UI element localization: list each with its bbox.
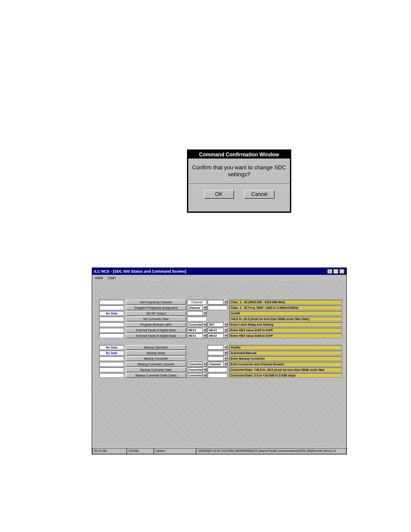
command-label[interactable]: External Faults B Digital Mask: [126, 333, 186, 338]
chevron-down-icon[interactable]: [224, 300, 227, 305]
ok-button[interactable]: OK: [204, 190, 234, 199]
command-label[interactable]: Set RF Output: [126, 311, 186, 316]
dropdown-value: Converter: [187, 362, 203, 367]
app-title: ILC NCS - [SDC 600 Status and Command Sc…: [94, 269, 186, 274]
hint-text: Enter HEX value 0x00 to 0xFF: [229, 328, 342, 333]
form-row: No DataBackup OperationYes/No: [94, 345, 345, 350]
form-row: Set Frequency ChannelChannelChan. 1 - 30…: [94, 300, 345, 305]
dialog-titlebar: Command Confirmation Window: [188, 151, 290, 159]
chevron-down-icon[interactable]: [203, 333, 207, 338]
param2-field[interactable]: [208, 373, 227, 378]
chevron-down-icon[interactable]: [203, 328, 207, 333]
param2-dropdown[interactable]: Channel: [208, 362, 227, 367]
status-cell: [99, 367, 124, 372]
status-cell: [99, 362, 124, 367]
command-label[interactable]: Backup Converter: [126, 356, 186, 361]
hint-text: Automatic/Manual: [229, 351, 342, 355]
form-row: Program Remote LatchConverterSETEnter La…: [94, 322, 345, 327]
command-label[interactable]: Program Frequency Assignment: [126, 305, 186, 310]
status-cell: [99, 305, 124, 310]
window-controls: _ ▢ ×: [327, 269, 345, 274]
command-label[interactable]: Program Remote Latch: [126, 322, 186, 327]
param1-dropdown[interactable]: Converter: [187, 362, 207, 367]
command-label[interactable]: Backup Mode: [126, 351, 186, 355]
command-label[interactable]: Backup Converter Gain: [126, 367, 186, 372]
status-cell: [99, 300, 124, 305]
chevron-down-icon[interactable]: [203, 373, 207, 378]
status-cell: No Data: [99, 311, 124, 316]
status-cell: No Data: [99, 351, 124, 355]
param1-dropdown[interactable]: Converter: [187, 367, 207, 372]
chevron-down-icon[interactable]: [203, 322, 207, 327]
form-row: Set Converter Gain+40.0 to -20.0 (must b…: [94, 317, 345, 321]
hint-text: Enter HEX value 0x00 to 0xFF: [229, 333, 342, 338]
dropdown-value: HEX2: [208, 328, 224, 333]
hint-text: Enter Latch Relay and Setting: [229, 322, 342, 327]
param1-field[interactable]: [187, 317, 207, 321]
command-label[interactable]: Backup Operation: [126, 345, 186, 350]
dropdown-value: Converter: [187, 373, 203, 378]
cancel-button[interactable]: Cancel: [244, 190, 274, 199]
param1-dropdown[interactable]: Converter: [187, 322, 207, 327]
command-label[interactable]: Set Converter Gain: [126, 317, 186, 321]
chevron-down-icon[interactable]: [224, 322, 227, 327]
maximize-icon[interactable]: ▢: [333, 269, 339, 274]
chevron-down-icon[interactable]: [203, 305, 207, 310]
chevron-down-icon[interactable]: [224, 333, 227, 338]
status-cell: [99, 322, 124, 327]
statusbar: 09:15 AM 3/19/98 System 109898|09:15:52 …: [92, 448, 346, 454]
dropdown-value: HEX1: [187, 333, 203, 338]
param2-dropdown[interactable]: [208, 300, 227, 305]
chevron-down-icon[interactable]: [224, 328, 227, 333]
chevron-down-icon[interactable]: [203, 362, 207, 367]
param2-dropdown[interactable]: SET: [208, 322, 227, 327]
chevron-down-icon[interactable]: [224, 345, 227, 350]
chevron-down-icon[interactable]: [224, 356, 227, 361]
param1-dropdown[interactable]: HEX1: [187, 328, 207, 333]
chevron-down-icon[interactable]: [224, 362, 227, 367]
dropdown-value: [187, 311, 203, 316]
param2-dropdown[interactable]: [208, 356, 227, 361]
param1-field[interactable]: Channel: [187, 300, 207, 305]
chevron-down-icon[interactable]: [203, 367, 207, 372]
menu-user[interactable]: User: [108, 276, 116, 280]
main-window: ILC NCS - [SDC 600 Status and Command Sc…: [92, 268, 347, 454]
param1-dropdown[interactable]: Converter: [187, 373, 207, 378]
command-label[interactable]: Backup Converter Delta (Gain): [126, 373, 186, 378]
param2-field[interactable]: [208, 367, 227, 372]
command-label[interactable]: External Faults A Digital Mask: [126, 328, 186, 333]
status-user: System: [154, 448, 196, 454]
hint-text: Chan. 1 - 30 (5845.000 - 6425.000 MHz): [229, 300, 342, 305]
chevron-down-icon[interactable]: [224, 351, 227, 355]
status-log: 109898|09:15:52 03/19/98| 0|0000S0000|ON…: [196, 448, 346, 454]
param2-dropdown[interactable]: [208, 345, 227, 350]
dropdown-value: [208, 300, 224, 305]
dropdown-value: Converter: [187, 322, 203, 327]
status-cell: [99, 328, 124, 333]
status-cell: No Data: [99, 345, 124, 350]
param2-dropdown[interactable]: HEX2: [208, 328, 227, 333]
close-icon[interactable]: ×: [339, 269, 345, 274]
menu-view[interactable]: View: [95, 276, 103, 280]
minimize-icon[interactable]: _: [327, 269, 333, 274]
param2-field[interactable]: [208, 305, 227, 310]
param1-dropdown[interactable]: [187, 311, 207, 316]
command-label[interactable]: Set Frequency Channel: [126, 300, 186, 305]
dropdown-value: Channel: [187, 305, 203, 310]
dialog-message: Confirm that you want to change SDC sett…: [188, 159, 290, 184]
chevron-down-icon[interactable]: [203, 311, 207, 316]
param1-dropdown[interactable]: Channel: [187, 305, 207, 310]
param1-dropdown[interactable]: HEX1: [187, 333, 207, 338]
form-row: Backup Converter ChannelConverterChannel…: [94, 362, 345, 367]
hint-text: Yes/No: [229, 345, 342, 350]
menubar: View User: [92, 275, 346, 281]
form-row: Backup Converter GainConverterConverter/…: [94, 367, 345, 372]
status-cell: [99, 356, 124, 361]
command-label[interactable]: Backup Converter Channel: [126, 362, 186, 367]
form-row: Backup Converter Delta (Gain)ConverterCo…: [94, 373, 345, 378]
dropdown-value: [208, 356, 224, 361]
hint-text: Enter Converter and Channel Number: [229, 362, 342, 367]
form-row: No DataSet RF OutputOn/Off: [94, 311, 345, 316]
param2-dropdown[interactable]: HEX2: [208, 333, 227, 338]
param2-dropdown[interactable]: [208, 351, 227, 355]
